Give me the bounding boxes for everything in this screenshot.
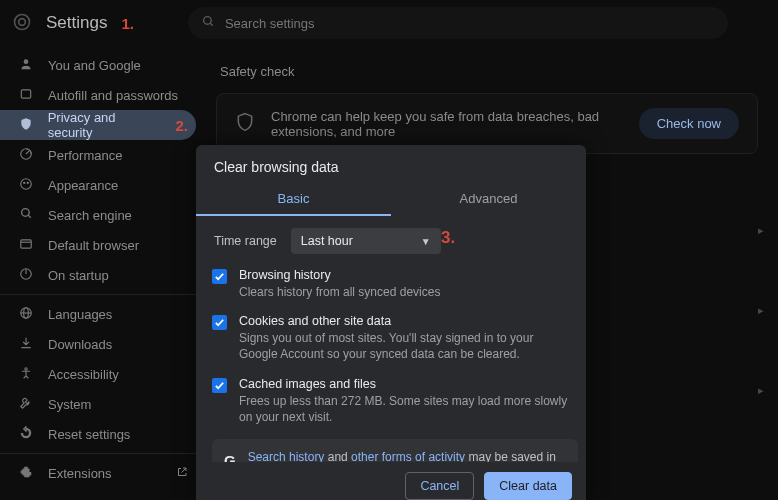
sidebar-item-label: Privacy and security — [48, 110, 162, 140]
other-activity-link[interactable]: other forms of activity — [351, 450, 465, 462]
sidebar-item-extensions[interactable]: Extensions — [0, 458, 196, 488]
time-range-row: Time range Last hour ▼ — [212, 228, 578, 254]
chevron-right-icon: ▸ — [758, 384, 764, 397]
annotation-3: 3. — [441, 228, 455, 248]
tab-advanced[interactable]: Advanced — [391, 181, 586, 216]
sidebar-item-label: System — [48, 397, 91, 412]
sidebar-item-search-engine[interactable]: Search engine — [0, 200, 196, 230]
sidebar-item-default-browser[interactable]: Default browser — [0, 230, 196, 260]
check-title: Cached images and files — [239, 377, 572, 391]
annotation-1: 1. — [121, 15, 134, 32]
check-cache[interactable]: Cached images and files Frees up less th… — [212, 377, 578, 425]
svg-point-8 — [24, 182, 25, 183]
sidebar-item-label: Autofill and passwords — [48, 88, 178, 103]
search-input[interactable] — [225, 16, 714, 31]
shield-outline-icon — [235, 112, 255, 135]
google-g-icon: G — [224, 451, 236, 462]
sidebar-item-system[interactable]: System — [0, 389, 196, 419]
sidebar-item-label: On startup — [48, 268, 109, 283]
checkbox-icon[interactable] — [212, 378, 227, 393]
google-activity-info: G Search history and other forms of acti… — [212, 439, 578, 462]
search-history-link[interactable]: Search history — [248, 450, 325, 462]
wrench-icon — [18, 396, 34, 413]
shield-icon — [18, 117, 34, 134]
sidebar-item-languages[interactable]: Languages — [0, 299, 196, 329]
check-browsing-history[interactable]: Browsing history Clears history from all… — [212, 268, 578, 300]
svg-point-19 — [25, 367, 27, 369]
sidebar-item-downloads[interactable]: Downloads — [0, 329, 196, 359]
check-cookies[interactable]: Cookies and other site data Signs you ou… — [212, 314, 578, 362]
time-range-select[interactable]: Last hour ▼ — [291, 228, 441, 254]
sidebar-item-label: Languages — [48, 307, 112, 322]
check-desc: Frees up less than 272 MB. Some sites ma… — [239, 393, 572, 425]
power-icon — [18, 267, 34, 284]
sidebar-divider — [0, 453, 196, 454]
svg-point-1 — [19, 18, 26, 25]
annotation-2: 2. — [175, 117, 188, 134]
appearance-icon — [18, 177, 34, 194]
browser-icon — [18, 237, 34, 254]
accessibility-icon — [18, 366, 34, 383]
sidebar-item-label: Search engine — [48, 208, 132, 223]
search-icon — [202, 15, 215, 31]
time-range-label: Time range — [214, 234, 277, 248]
tab-basic[interactable]: Basic — [196, 181, 391, 216]
svg-point-4 — [24, 59, 29, 64]
sidebar-item-privacy[interactable]: Privacy and security 2. — [0, 110, 196, 140]
download-icon — [18, 336, 34, 353]
sidebar-divider — [0, 294, 196, 295]
sidebar-item-accessibility[interactable]: Accessibility — [0, 359, 196, 389]
svg-line-3 — [210, 23, 213, 26]
sidebar-item-reset[interactable]: Reset settings — [0, 419, 196, 449]
check-desc: Signs you out of most sites. You'll stay… — [239, 330, 572, 362]
sidebar-item-label: Reset settings — [48, 427, 130, 442]
dialog-body: 3. Time range Last hour ▼ Browsing histo… — [196, 216, 586, 462]
sidebar-item-label: You and Google — [48, 58, 141, 73]
check-title: Cookies and other site data — [239, 314, 572, 328]
sidebar-item-label: Performance — [48, 148, 122, 163]
sidebar-item-on-startup[interactable]: On startup — [0, 260, 196, 290]
svg-rect-12 — [21, 239, 32, 247]
safety-check-message: Chrome can help keep you safe from data … — [271, 109, 623, 139]
svg-point-0 — [15, 14, 30, 29]
sidebar-item-label: Accessibility — [48, 367, 119, 382]
chevron-right-icon: ▸ — [758, 224, 764, 237]
check-desc: Clears history from all synced devices — [239, 284, 440, 300]
sidebar: You and Google Autofill and passwords Pr… — [0, 46, 196, 500]
sidebar-item-you-and-google[interactable]: You and Google — [0, 50, 196, 80]
person-icon — [18, 57, 34, 74]
checkbox-icon[interactable] — [212, 315, 227, 330]
svg-rect-5 — [21, 89, 30, 97]
search-icon — [18, 207, 34, 223]
extension-icon — [18, 465, 34, 482]
checkbox-icon[interactable] — [212, 269, 227, 284]
sidebar-item-label: Downloads — [48, 337, 112, 352]
check-now-button[interactable]: Check now — [639, 108, 739, 139]
info-text: Search history and other forms of activi… — [248, 449, 566, 462]
page-title: Settings — [46, 13, 107, 33]
check-title: Browsing history — [239, 268, 440, 282]
chevron-right-icon: ▸ — [758, 304, 764, 317]
svg-line-11 — [28, 215, 31, 218]
clear-browsing-data-dialog: Clear browsing data Basic Advanced 3. Ti… — [196, 145, 586, 500]
sidebar-item-appearance[interactable]: Appearance — [0, 170, 196, 200]
cancel-button[interactable]: Cancel — [405, 472, 474, 500]
chrome-logo-icon — [12, 12, 32, 35]
dialog-tabs: Basic Advanced — [196, 181, 586, 216]
dialog-footer: Cancel Clear data — [196, 462, 586, 500]
svg-point-10 — [21, 209, 29, 217]
sidebar-item-autofill[interactable]: Autofill and passwords — [0, 80, 196, 110]
dialog-title: Clear browsing data — [196, 145, 586, 181]
clear-data-button[interactable]: Clear data — [484, 472, 572, 500]
sidebar-item-label: Appearance — [48, 178, 118, 193]
svg-point-9 — [27, 182, 28, 183]
open-external-icon — [176, 466, 188, 481]
time-range-value: Last hour — [301, 234, 353, 248]
search-settings[interactable] — [188, 7, 728, 39]
sidebar-item-label: Default browser — [48, 238, 139, 253]
speed-icon — [18, 147, 34, 164]
sidebar-item-performance[interactable]: Performance — [0, 140, 196, 170]
globe-icon — [18, 306, 34, 323]
safety-check-heading: Safety check — [216, 64, 758, 79]
header: Settings 1. — [0, 0, 778, 46]
